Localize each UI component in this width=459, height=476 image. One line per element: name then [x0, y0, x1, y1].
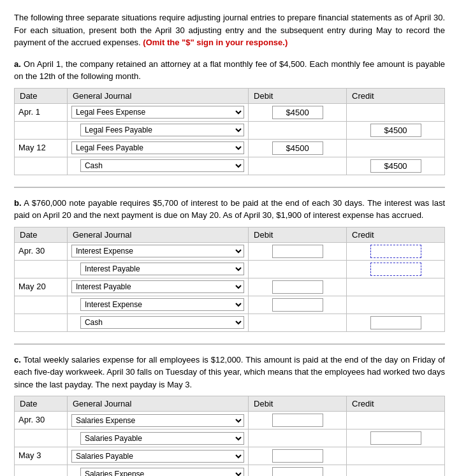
debit-amount-a1: $4500: [272, 106, 323, 119]
table-row: May 3 Salaries Payable Salaries Expense …: [15, 447, 445, 465]
table-row: Interest Payable Interest Expense Cash: [15, 260, 445, 278]
credit-cell-c2: [347, 429, 445, 447]
header-journal-b: General Journal: [67, 227, 248, 242]
section-a-description: On April 1, the company retained an atto…: [14, 59, 445, 82]
table-row: Cash Interest Expense Interest Payable: [15, 314, 445, 331]
date-apr1: Apr. 1: [15, 103, 68, 121]
journal-cell-a1[interactable]: Legal Fees Expense Legal Fees Payable Ca…: [67, 103, 248, 121]
credit-empty-c2: [370, 431, 421, 445]
header-journal-a: General Journal: [67, 88, 248, 103]
date-empty-c2: [15, 429, 68, 447]
date-may20-b: May 20: [15, 278, 68, 296]
journal-select-b3[interactable]: Interest Payable Interest Expense Cash: [71, 280, 244, 293]
credit-cell-a4: $4500: [347, 157, 445, 175]
debit-cell-c4: [249, 465, 347, 477]
table-row: Salaries Payable Salaries Expense Cash: [15, 429, 445, 447]
journal-select-a1[interactable]: Legal Fees Expense Legal Fees Payable Ca…: [71, 106, 244, 119]
journal-cell-b5[interactable]: Cash Interest Expense Interest Payable: [67, 314, 248, 331]
credit-amount-a2: $4500: [370, 124, 421, 137]
table-row: May 12 Legal Fees Payable Legal Fees Exp…: [15, 139, 445, 157]
journal-cell-a2[interactable]: Legal Fees Payable Legal Fees Expense Ca…: [67, 121, 248, 139]
journal-select-a4[interactable]: Cash Legal Fees Payable Legal Fees Expen…: [80, 159, 244, 172]
journal-select-a3[interactable]: Legal Fees Payable Legal Fees Expense Ca…: [71, 141, 244, 154]
divider-bc: [14, 343, 445, 345]
table-row: Salaries Expense Salaries Payable Cash: [15, 465, 445, 477]
debit-empty-b3: [272, 280, 323, 294]
debit-cell-c2: [249, 429, 347, 447]
header-debit-c: Debit: [249, 396, 347, 412]
journal-select-b4[interactable]: Interest Expense Interest Payable Cash: [80, 298, 244, 311]
section-b-table: Date General Journal Debit Credit Apr. 3…: [14, 227, 445, 332]
journal-cell-c4[interactable]: Salaries Expense Salaries Payable Cash: [67, 465, 248, 477]
header-date-b: Date: [15, 227, 68, 242]
section-a-header: a. On April 1, the company retained an a…: [14, 58, 445, 83]
journal-cell-a4[interactable]: Cash Legal Fees Payable Legal Fees Expen…: [67, 157, 248, 175]
table-row: Cash Legal Fees Payable Legal Fees Expen…: [15, 157, 445, 175]
section-a-table: Date General Journal Debit Credit Apr. 1…: [14, 88, 445, 175]
date-may12: May 12: [15, 139, 68, 157]
table-row: Apr. 1 Legal Fees Expense Legal Fees Pay…: [15, 103, 445, 121]
header-debit-b: Debit: [249, 227, 347, 242]
debit-cell-c3: [249, 447, 347, 465]
journal-cell-b2[interactable]: Interest Payable Interest Expense Cash: [67, 260, 248, 278]
table-row: Legal Fees Payable Legal Fees Expense Ca…: [15, 121, 445, 139]
journal-select-b2[interactable]: Interest Payable Interest Expense Cash: [80, 263, 244, 275]
debit-cell-a2: [249, 121, 347, 139]
table-row: Interest Expense Interest Payable Cash: [15, 296, 445, 314]
section-c: c. Total weekly salaries expense for all…: [14, 354, 445, 477]
journal-select-c2[interactable]: Salaries Payable Salaries Expense Cash: [80, 432, 244, 445]
journal-cell-a3[interactable]: Legal Fees Payable Legal Fees Expense Ca…: [67, 139, 248, 157]
section-b-description: A $760,000 note payable requires $5,700 …: [14, 198, 445, 220]
header-journal-c: General Journal: [67, 396, 248, 412]
credit-cell-a3: [347, 139, 445, 157]
debit-cell-b4: [249, 296, 347, 314]
credit-dashed-b1: [370, 245, 421, 258]
section-b-label: b.: [14, 198, 22, 208]
debit-cell-b1: [249, 242, 347, 260]
debit-cell-b2: [249, 260, 347, 278]
journal-select-c1[interactable]: Salaries Expense Salaries Payable Cash: [71, 414, 244, 427]
header-date-c: Date: [15, 396, 68, 412]
journal-cell-c2[interactable]: Salaries Payable Salaries Expense Cash: [67, 429, 248, 447]
date-empty-b4: [15, 296, 68, 314]
debit-empty-b4: [272, 298, 323, 312]
section-b: b. A $760,000 note payable requires $5,7…: [14, 197, 445, 332]
header-credit-b: Credit: [347, 227, 445, 242]
journal-select-b1[interactable]: Interest Expense Interest Payable Cash: [71, 245, 244, 257]
journal-select-b5[interactable]: Cash Interest Expense Interest Payable: [80, 316, 244, 329]
journal-cell-c3[interactable]: Salaries Payable Salaries Expense Cash: [67, 447, 248, 465]
header-date-a: Date: [15, 88, 68, 103]
header-credit-a: Credit: [347, 88, 445, 103]
journal-select-a2[interactable]: Legal Fees Payable Legal Fees Expense Ca…: [80, 124, 244, 136]
journal-cell-b4[interactable]: Interest Expense Interest Payable Cash: [67, 296, 248, 314]
table-row: Apr. 30 Interest Expense Interest Payabl…: [15, 242, 445, 260]
credit-empty-b5: [370, 316, 421, 329]
debit-cell-c1: [249, 412, 347, 429]
journal-select-c3[interactable]: Salaries Payable Salaries Expense Cash: [71, 450, 244, 463]
header-credit-c: Credit: [347, 396, 445, 412]
debit-empty-c4: [272, 467, 323, 476]
debit-empty-c1: [272, 414, 323, 427]
journal-cell-b1[interactable]: Interest Expense Interest Payable Cash: [67, 242, 248, 260]
credit-amount-a4: $4500: [370, 159, 421, 173]
date-empty-b5: [15, 314, 68, 331]
divider-ab: [14, 187, 445, 188]
intro-text-bold: (Omit the "$" sign in your response.): [143, 38, 288, 47]
date-empty-a2: [15, 121, 68, 139]
credit-cell-c4: [347, 465, 445, 477]
journal-cell-c1[interactable]: Salaries Expense Salaries Payable Cash: [67, 412, 248, 429]
date-empty-b2: [15, 260, 68, 278]
credit-cell-a1: [347, 103, 445, 121]
credit-cell-a2: $4500: [347, 121, 445, 139]
debit-amount-a3: $4500: [272, 141, 323, 155]
journal-select-c4[interactable]: Salaries Expense Salaries Payable Cash: [80, 468, 244, 477]
journal-cell-b3[interactable]: Interest Payable Interest Expense Cash: [67, 278, 248, 296]
debit-empty-b1: [272, 245, 323, 258]
intro-paragraph: The following three separate situations …: [14, 11, 445, 49]
debit-cell-a1: $4500: [249, 103, 347, 121]
table-row: Apr. 30 Salaries Expense Salaries Payabl…: [15, 412, 445, 429]
credit-dashed-b2: [370, 263, 421, 276]
section-c-table: Date General Journal Debit Credit Apr. 3…: [14, 396, 445, 476]
date-empty-c4: [15, 465, 68, 477]
credit-cell-b5: [347, 314, 445, 331]
